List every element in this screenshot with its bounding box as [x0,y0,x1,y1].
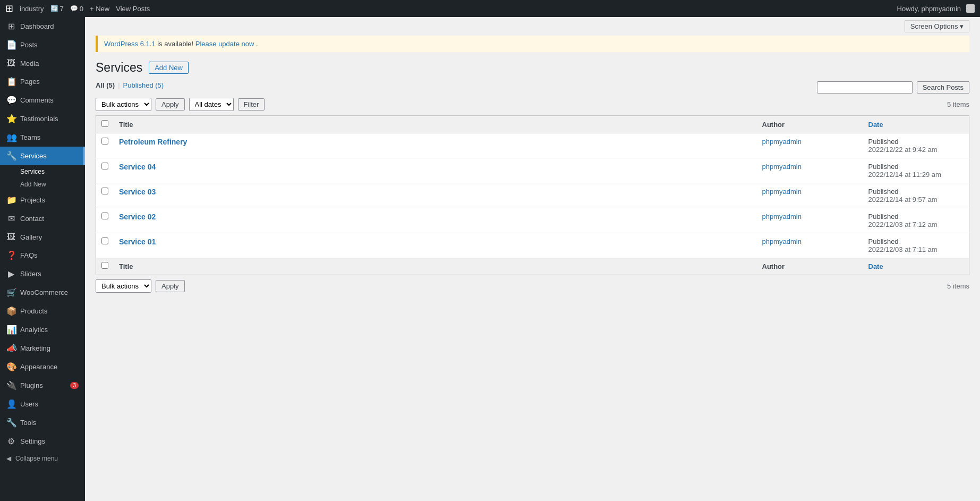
col-footer-title: Title [114,258,757,275]
sidebar-item-users[interactable]: 👤 Users [0,395,85,413]
sidebar-item-teams[interactable]: 👥 Teams [0,128,85,147]
table-row: Service 02 phpmyadmin Published 2022/12/… [96,208,969,233]
filter-tab-published[interactable]: Published (5) [123,81,164,89]
testimonials-icon: ⭐ [6,114,16,124]
posts-icon: 📄 [6,40,16,50]
sidebar-subitem-add-new[interactable]: Add New [0,178,85,191]
sliders-icon: ▶ [6,269,16,279]
col-header-title: Title [114,116,757,133]
filter-button[interactable]: Filter [238,98,265,111]
new-content-button[interactable]: + New [90,5,109,13]
sidebar-item-contact[interactable]: ✉ Contact [0,209,85,228]
search-input[interactable] [817,81,913,94]
avatar [966,4,975,13]
bulk-actions-select-top[interactable]: Bulk actions [96,98,151,111]
admin-bar: ⊞ industry 🔄 7 💬 0 + New View Posts Howd… [0,0,980,17]
post-title-link[interactable]: Service 03 [119,188,156,196]
post-date: 2022/12/22 at 9:42 am [868,146,938,154]
collapse-menu-button[interactable]: ◀ Collapse menu [0,451,85,466]
gallery-icon: 🖼 [6,232,16,242]
site-name[interactable]: industry [20,5,44,13]
main-content: Screen Options ▾ WordPress 6.1.1 is avai… [85,17,980,501]
search-posts-button[interactable]: Search Posts [917,81,969,94]
post-title-link[interactable]: Service 02 [119,213,156,221]
sidebar-item-products[interactable]: 📦 Products [0,302,85,320]
posts-table: Title Author Date [96,115,969,275]
sidebar-item-dashboard[interactable]: ⊞ Dashboard [0,17,85,36]
row-checkbox[interactable] [101,163,108,169]
comment-count-icon[interactable]: 💬 0 [70,5,83,13]
col-header-author: Author [757,116,863,133]
table-row: Service 04 phpmyadmin Published 2022/12/… [96,158,969,183]
post-title-link[interactable]: Petroleum Refinery [119,138,187,146]
sidebar-item-projects[interactable]: 📁 Projects [0,191,85,209]
collapse-icon: ◀ [6,455,11,462]
apply-button-top[interactable]: Apply [156,98,185,111]
wordpress-update-link[interactable]: WordPress 6.1.1 [104,40,156,48]
sidebar-item-plugins[interactable]: 🔌 Plugins 3 [0,376,85,395]
sidebar-item-media[interactable]: 🖼 Media [0,54,85,72]
sidebar-item-appearance[interactable]: 🎨 Appearance [0,358,85,376]
author-link[interactable]: phpmyadmin [762,237,802,245]
post-status: Published [868,138,899,146]
table-row: Service 01 phpmyadmin Published 2022/12/… [96,233,969,258]
sidebar-item-marketing[interactable]: 📣 Marketing [0,339,85,358]
table-row: Petroleum Refinery phpmyadmin Published … [96,133,969,158]
filter-tab-all[interactable]: All (5) [96,81,115,89]
author-link[interactable]: phpmyadmin [762,213,802,220]
tools-icon: 🔧 [6,418,16,428]
sidebar-item-testimonials[interactable]: ⭐ Testimonials [0,109,85,128]
sidebar-item-gallery[interactable]: 🖼 Gallery [0,228,85,246]
update-count-icon[interactable]: 🔄 7 [50,5,64,13]
author-link[interactable]: phpmyadmin [762,138,802,146]
row-checkbox[interactable] [101,213,108,219]
post-status: Published [868,163,899,171]
screen-options-button[interactable]: Screen Options ▾ [905,20,969,32]
sidebar-item-analytics[interactable]: 📊 Analytics [0,320,85,339]
post-date: 2022/12/03 at 7:12 am [868,220,938,228]
apply-button-bottom[interactable]: Apply [156,280,185,292]
row-checkbox[interactable] [101,237,108,244]
sidebar-item-settings[interactable]: ⚙ Settings [0,432,85,451]
woocommerce-icon: 🛒 [6,287,16,298]
post-status: Published [868,237,899,245]
post-date: 2022/12/14 at 11:29 am [868,171,941,179]
post-status: Published [868,188,899,196]
sidebar-item-faqs[interactable]: ❓ FAQs [0,246,85,265]
wp-logo-icon: ⊞ [5,3,13,14]
col-footer-cb [96,258,114,275]
bulk-actions-select-bottom[interactable]: Bulk actions [96,279,151,293]
post-date: 2022/12/03 at 7:11 am [868,245,938,253]
post-title-link[interactable]: Service 04 [119,163,156,171]
plugins-icon: 🔌 [6,380,16,390]
please-update-link[interactable]: Please update now [195,40,254,48]
update-notice: WordPress 6.1.1 is available! Please upd… [96,36,969,52]
faqs-icon: ❓ [6,250,16,260]
view-posts-link[interactable]: View Posts [116,5,150,13]
author-link[interactable]: phpmyadmin [762,188,802,196]
sidebar-item-woocommerce[interactable]: 🛒 WooCommerce [0,283,85,302]
select-all-checkbox-top[interactable] [101,120,108,127]
products-icon: 📦 [6,306,16,316]
teams-icon: 👥 [6,132,16,142]
add-new-button[interactable]: Add New [149,62,189,74]
comments-icon: 💬 [6,95,16,105]
sidebar-item-pages[interactable]: 📋 Pages [0,72,85,91]
row-checkbox[interactable] [101,138,108,145]
col-header-date[interactable]: Date [863,116,969,133]
sidebar-item-posts[interactable]: 📄 Posts [0,36,85,54]
row-checkbox[interactable] [101,188,108,194]
sidebar-item-services[interactable]: 🔧 Services [0,147,85,165]
sidebar-item-comments[interactable]: 💬 Comments [0,91,85,109]
settings-icon: ⚙ [6,436,16,446]
items-count-bottom: 5 items [947,282,969,290]
select-all-checkbox-bottom[interactable] [101,262,108,269]
sidebar-item-tools[interactable]: 🔧 Tools [0,413,85,432]
post-title-link[interactable]: Service 01 [119,237,156,246]
date-filter-select[interactable]: All dates [189,98,234,111]
sidebar: ⊞ Dashboard 📄 Posts 🖼 Media 📋 Pages 💬 Co… [0,17,85,501]
author-link[interactable]: phpmyadmin [762,163,802,171]
col-header-cb [96,116,114,133]
sidebar-item-sliders[interactable]: ▶ Sliders [0,265,85,283]
sidebar-subitem-services[interactable]: Services [0,165,85,178]
